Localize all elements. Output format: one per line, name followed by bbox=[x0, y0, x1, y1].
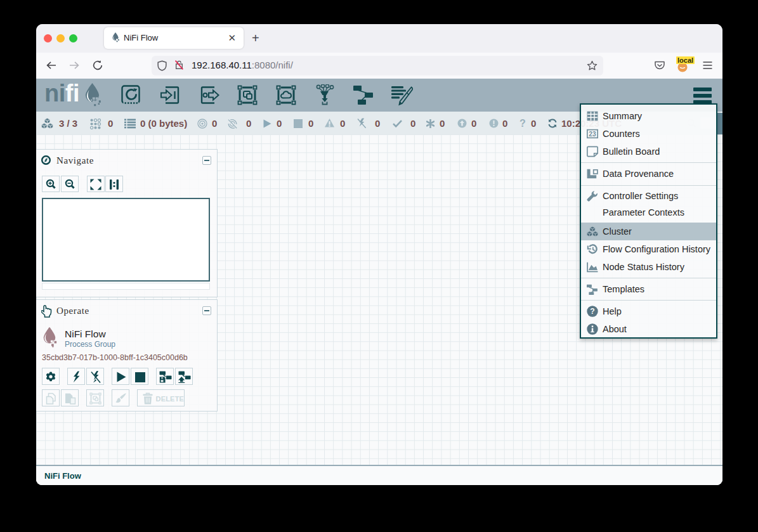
svg-text:?: ? bbox=[590, 307, 594, 316]
svg-text:23: 23 bbox=[589, 131, 596, 138]
